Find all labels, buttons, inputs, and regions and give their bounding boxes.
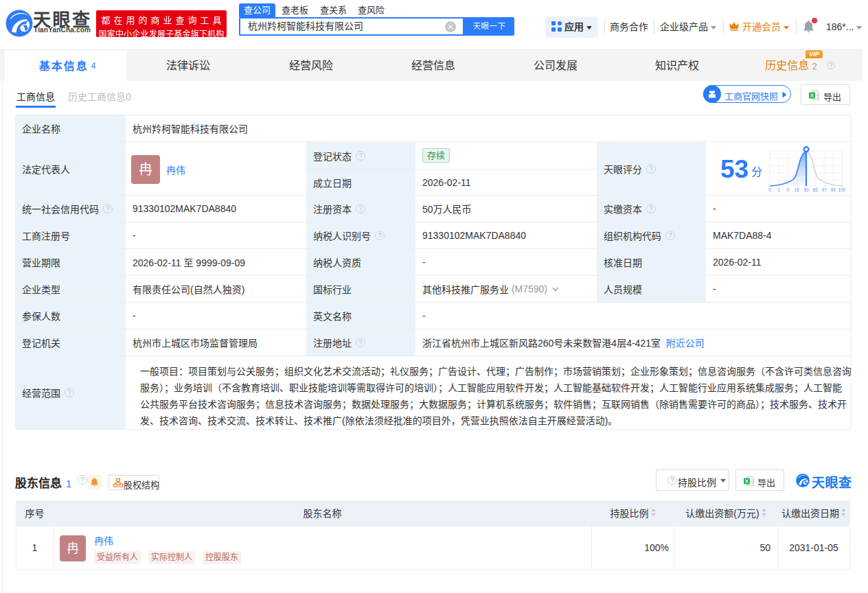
svg-text:15: 15	[794, 187, 799, 192]
svg-text:99: 99	[830, 187, 836, 192]
svg-text:65: 65	[812, 187, 818, 192]
svg-text:100: 100	[838, 187, 845, 192]
svg-text:3: 3	[786, 187, 789, 192]
svg-text:0: 0	[768, 187, 771, 192]
svg-text:1: 1	[777, 187, 780, 192]
svg-text:50: 50	[803, 187, 809, 192]
svg-text:97: 97	[821, 187, 827, 192]
